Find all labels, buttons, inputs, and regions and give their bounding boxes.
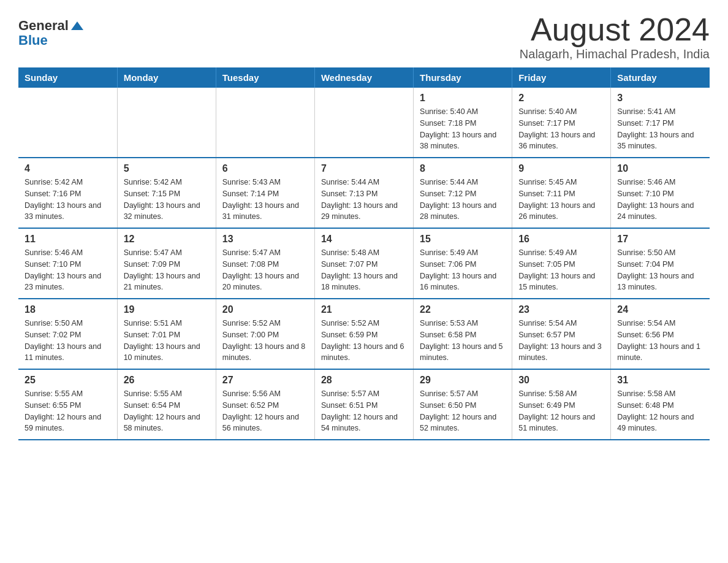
- day-info: Sunrise: 5:42 AM Sunset: 7:15 PM Dayligh…: [124, 177, 210, 223]
- day-info: Sunrise: 5:49 AM Sunset: 7:06 PM Dayligh…: [420, 247, 506, 293]
- day-info: Sunrise: 5:49 AM Sunset: 7:05 PM Dayligh…: [518, 247, 604, 293]
- day-number: 13: [222, 234, 308, 245]
- day-info: Sunrise: 5:48 AM Sunset: 7:07 PM Dayligh…: [321, 247, 407, 293]
- day-number: 27: [222, 375, 308, 386]
- calendar-cell: 22Sunrise: 5:53 AM Sunset: 6:58 PM Dayli…: [414, 299, 512, 369]
- logo-triangle-icon: [71, 21, 83, 30]
- calendar-cell: 30Sunrise: 5:58 AM Sunset: 6:49 PM Dayli…: [512, 369, 611, 440]
- day-info: Sunrise: 5:50 AM Sunset: 7:02 PM Dayligh…: [25, 318, 111, 364]
- day-number: 24: [617, 304, 703, 315]
- calendar-cell: 24Sunrise: 5:54 AM Sunset: 6:56 PM Dayli…: [611, 299, 710, 369]
- day-info: Sunrise: 5:40 AM Sunset: 7:18 PM Dayligh…: [420, 106, 506, 152]
- day-number: 3: [617, 93, 703, 104]
- title-block: August 2024 Nalagarh, Himachal Pradesh, …: [520, 12, 710, 61]
- day-info: Sunrise: 5:57 AM Sunset: 6:51 PM Dayligh…: [321, 388, 407, 434]
- day-number: 22: [420, 304, 506, 315]
- calendar-cell: 4Sunrise: 5:42 AM Sunset: 7:16 PM Daylig…: [18, 158, 117, 228]
- calendar-cell: 12Sunrise: 5:47 AM Sunset: 7:09 PM Dayli…: [117, 228, 216, 299]
- day-number: 9: [518, 163, 604, 174]
- calendar-cell: [314, 88, 413, 158]
- calendar-cell: 6Sunrise: 5:43 AM Sunset: 7:14 PM Daylig…: [216, 158, 314, 228]
- day-number: 23: [518, 304, 604, 315]
- calendar-cell: 29Sunrise: 5:57 AM Sunset: 6:50 PM Dayli…: [414, 369, 512, 440]
- day-number: 5: [124, 163, 210, 174]
- days-header-row: Sunday Monday Tuesday Wednesday Thursday…: [18, 67, 710, 88]
- day-number: 4: [25, 163, 111, 174]
- day-info: Sunrise: 5:52 AM Sunset: 6:59 PM Dayligh…: [321, 318, 407, 364]
- calendar-cell: 16Sunrise: 5:49 AM Sunset: 7:05 PM Dayli…: [512, 228, 611, 299]
- day-number: 7: [321, 163, 407, 174]
- calendar-cell: 21Sunrise: 5:52 AM Sunset: 6:59 PM Dayli…: [314, 299, 413, 369]
- day-info: Sunrise: 5:43 AM Sunset: 7:14 PM Dayligh…: [222, 177, 308, 223]
- day-number: 19: [124, 304, 210, 315]
- calendar-cell: 3Sunrise: 5:41 AM Sunset: 7:17 PM Daylig…: [611, 88, 710, 158]
- day-info: Sunrise: 5:44 AM Sunset: 7:13 PM Dayligh…: [321, 177, 407, 223]
- calendar-cell: 31Sunrise: 5:58 AM Sunset: 6:48 PM Dayli…: [611, 369, 710, 440]
- day-number: 6: [222, 163, 308, 174]
- day-number: 16: [518, 234, 604, 245]
- day-info: Sunrise: 5:56 AM Sunset: 6:52 PM Dayligh…: [222, 388, 308, 434]
- day-number: 20: [222, 304, 308, 315]
- calendar-cell: 5Sunrise: 5:42 AM Sunset: 7:15 PM Daylig…: [117, 158, 216, 228]
- day-info: Sunrise: 5:47 AM Sunset: 7:09 PM Dayligh…: [124, 247, 210, 293]
- calendar-header: Sunday Monday Tuesday Wednesday Thursday…: [18, 67, 710, 88]
- day-info: Sunrise: 5:53 AM Sunset: 6:58 PM Dayligh…: [420, 318, 506, 364]
- calendar-week-5: 25Sunrise: 5:55 AM Sunset: 6:55 PM Dayli…: [18, 369, 710, 440]
- day-info: Sunrise: 5:57 AM Sunset: 6:50 PM Dayligh…: [420, 388, 506, 434]
- calendar-week-2: 4Sunrise: 5:42 AM Sunset: 7:16 PM Daylig…: [18, 158, 710, 228]
- header-thursday: Thursday: [414, 67, 512, 88]
- day-info: Sunrise: 5:54 AM Sunset: 6:56 PM Dayligh…: [617, 318, 703, 364]
- calendar-cell: 19Sunrise: 5:51 AM Sunset: 7:01 PM Dayli…: [117, 299, 216, 369]
- calendar-cell: 13Sunrise: 5:47 AM Sunset: 7:08 PM Dayli…: [216, 228, 314, 299]
- day-info: Sunrise: 5:40 AM Sunset: 7:17 PM Dayligh…: [518, 106, 604, 152]
- header-wednesday: Wednesday: [314, 67, 413, 88]
- day-number: 11: [25, 234, 111, 245]
- calendar-cell: 27Sunrise: 5:56 AM Sunset: 6:52 PM Dayli…: [216, 369, 314, 440]
- calendar-cell: [216, 88, 314, 158]
- day-number: 2: [518, 93, 604, 104]
- calendar-week-1: 1Sunrise: 5:40 AM Sunset: 7:18 PM Daylig…: [18, 88, 710, 158]
- calendar-cell: [18, 88, 117, 158]
- calendar-cell: 9Sunrise: 5:45 AM Sunset: 7:11 PM Daylig…: [512, 158, 611, 228]
- day-number: 28: [321, 375, 407, 386]
- header-friday: Friday: [512, 67, 611, 88]
- header-saturday: Saturday: [611, 67, 710, 88]
- calendar-cell: 23Sunrise: 5:54 AM Sunset: 6:57 PM Dayli…: [512, 299, 611, 369]
- day-number: 15: [420, 234, 506, 245]
- calendar-cell: 8Sunrise: 5:44 AM Sunset: 7:12 PM Daylig…: [414, 158, 512, 228]
- logo-blue-text: Blue: [18, 33, 48, 48]
- calendar-cell: 2Sunrise: 5:40 AM Sunset: 7:17 PM Daylig…: [512, 88, 611, 158]
- header-sunday: Sunday: [18, 67, 117, 88]
- day-number: 25: [25, 375, 111, 386]
- day-number: 30: [518, 375, 604, 386]
- day-info: Sunrise: 5:52 AM Sunset: 7:00 PM Dayligh…: [222, 318, 308, 364]
- day-number: 1: [420, 93, 506, 104]
- calendar-cell: [117, 88, 216, 158]
- day-number: 31: [617, 375, 703, 386]
- day-number: 26: [124, 375, 210, 386]
- calendar-cell: 15Sunrise: 5:49 AM Sunset: 7:06 PM Dayli…: [414, 228, 512, 299]
- day-info: Sunrise: 5:50 AM Sunset: 7:04 PM Dayligh…: [617, 247, 703, 293]
- day-info: Sunrise: 5:41 AM Sunset: 7:17 PM Dayligh…: [617, 106, 703, 152]
- logo: General Blue: [18, 12, 83, 48]
- day-number: 10: [617, 163, 703, 174]
- day-number: 18: [25, 304, 111, 315]
- calendar-cell: 20Sunrise: 5:52 AM Sunset: 7:00 PM Dayli…: [216, 299, 314, 369]
- calendar-week-4: 18Sunrise: 5:50 AM Sunset: 7:02 PM Dayli…: [18, 299, 710, 369]
- day-info: Sunrise: 5:58 AM Sunset: 6:49 PM Dayligh…: [518, 388, 604, 434]
- calendar-cell: 7Sunrise: 5:44 AM Sunset: 7:13 PM Daylig…: [314, 158, 413, 228]
- calendar-title: August 2024: [520, 12, 710, 47]
- calendar-body: 1Sunrise: 5:40 AM Sunset: 7:18 PM Daylig…: [18, 88, 710, 440]
- calendar-cell: 1Sunrise: 5:40 AM Sunset: 7:18 PM Daylig…: [414, 88, 512, 158]
- day-number: 29: [420, 375, 506, 386]
- day-info: Sunrise: 5:46 AM Sunset: 7:10 PM Dayligh…: [617, 177, 703, 223]
- calendar-cell: 11Sunrise: 5:46 AM Sunset: 7:10 PM Dayli…: [18, 228, 117, 299]
- calendar-cell: 14Sunrise: 5:48 AM Sunset: 7:07 PM Dayli…: [314, 228, 413, 299]
- header-monday: Monday: [117, 67, 216, 88]
- page-header: General Blue August 2024 Nalagarh, Himac…: [18, 12, 710, 61]
- calendar-cell: 10Sunrise: 5:46 AM Sunset: 7:10 PM Dayli…: [611, 158, 710, 228]
- calendar-week-3: 11Sunrise: 5:46 AM Sunset: 7:10 PM Dayli…: [18, 228, 710, 299]
- calendar-subtitle: Nalagarh, Himachal Pradesh, India: [520, 47, 710, 61]
- calendar-cell: 18Sunrise: 5:50 AM Sunset: 7:02 PM Dayli…: [18, 299, 117, 369]
- calendar-cell: 25Sunrise: 5:55 AM Sunset: 6:55 PM Dayli…: [18, 369, 117, 440]
